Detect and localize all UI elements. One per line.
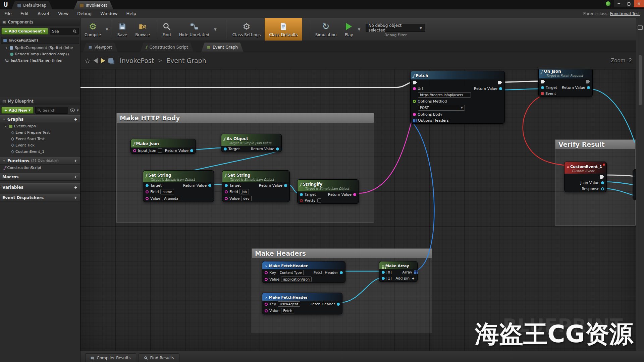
component-item-testname[interactable]: Aa TestName (TestName) (Inher xyxy=(0,57,80,64)
pin-field[interactable] xyxy=(225,190,228,193)
value-input[interactable]: dev xyxy=(241,196,251,201)
input-json-field[interactable] xyxy=(158,148,162,153)
parent-class-link[interactable]: Functional Test xyxy=(610,11,640,16)
pin-event-delegate[interactable] xyxy=(541,92,544,95)
tab-event-graph[interactable]: ▦ Event Graph xyxy=(202,43,243,52)
pin-target[interactable] xyxy=(300,193,303,196)
node-make-json[interactable]: ƒMake Json Input Json Return Value xyxy=(130,139,196,154)
add-pin-button[interactable]: ＋ xyxy=(411,276,415,281)
event-dispatchers-section-header[interactable]: Event Dispatchers ＋ xyxy=(0,194,80,201)
collapse-arrow-icon[interactable]: ▾ xyxy=(2,159,6,163)
pin-url[interactable] xyxy=(413,87,416,90)
component-root-item[interactable]: InvokePost(self) xyxy=(1,37,79,44)
node-set-string-1[interactable]: ƒSet String Target is Simple Json Object… xyxy=(143,170,214,202)
node-fetch[interactable]: ƒFetch Url Return Value https://reqres.i… xyxy=(410,71,505,124)
pin-index-1[interactable] xyxy=(382,277,385,280)
class-defaults-button[interactable]: Class Defaults xyxy=(265,18,302,41)
add-macro-button[interactable]: ＋ xyxy=(73,174,78,180)
value-input[interactable]: application/json xyxy=(281,277,312,282)
play-caret[interactable]: ▼ xyxy=(357,27,361,31)
tab-compiler-results[interactable]: ▤ Compiler Results xyxy=(85,353,136,362)
pin-return-value[interactable] xyxy=(208,184,211,187)
event-item-start-test[interactable]: Event Start Test xyxy=(0,136,80,142)
pin-pretty[interactable] xyxy=(300,199,303,202)
doc-tab-invokepost[interactable]: InvokePost xyxy=(74,1,113,9)
pin-value[interactable] xyxy=(225,197,228,200)
graphs-section-header[interactable]: ▾ Graphs ＋ xyxy=(0,115,80,123)
breadcrumb-root[interactable]: InvokePost xyxy=(120,57,154,64)
pin-array-out[interactable] xyxy=(414,270,415,272)
functions-section-header[interactable]: ▾ Functions (21 Overridable) ＋ xyxy=(0,157,80,165)
pin-target[interactable] xyxy=(146,184,149,187)
pin-options-body[interactable] xyxy=(413,113,416,116)
component-item-sprite[interactable]: ▾ SpriteComponent (Sprite) (Inhe xyxy=(0,45,80,51)
construction-script-item[interactable]: ƒ ConstructionScript xyxy=(0,165,80,171)
my-blueprint-search-input[interactable]: Search xyxy=(35,107,68,114)
comment-title[interactable]: Verify Result xyxy=(555,140,635,149)
menu-window[interactable]: Window xyxy=(96,9,122,18)
add-graph-button[interactable]: ＋ xyxy=(73,116,78,122)
exec-out-pin[interactable] xyxy=(498,81,502,84)
add-dispatcher-button[interactable]: ＋ xyxy=(73,195,78,201)
pin-options-headers[interactable] xyxy=(413,119,414,120)
event-item-prepare-test[interactable]: Event Prepare Test xyxy=(0,129,80,136)
pin-return-value[interactable] xyxy=(499,87,502,90)
find-button[interactable]: Find xyxy=(158,18,175,41)
value-input[interactable]: Fetch xyxy=(281,308,294,313)
save-button[interactable]: Save xyxy=(113,18,131,41)
hide-unrelated-button[interactable]: Hide Unrelated xyxy=(175,18,213,41)
pin-target[interactable] xyxy=(224,147,227,150)
menu-asset[interactable]: Asset xyxy=(33,9,54,18)
node-stringify[interactable]: ƒStringify Target is Simple Json Object … xyxy=(297,179,359,204)
hide-unrelated-caret[interactable]: ▼ xyxy=(213,27,217,31)
add-variable-button[interactable]: ＋ xyxy=(73,184,78,190)
pin-options-method[interactable] xyxy=(413,100,416,103)
add-new-button[interactable]: + Add New▼ xyxy=(1,107,34,114)
components-search-input[interactable]: Sea xyxy=(50,28,79,35)
macros-section-header[interactable]: Macros ＋ xyxy=(0,173,80,181)
doc-tab-defaultmap[interactable]: DefaultMap xyxy=(11,1,52,9)
node-make-fetchheader-2[interactable]: ➤Make FetchHeader KeyUser-Agent Fetch He… xyxy=(262,293,342,314)
compile-dropdown-caret[interactable]: ▼ xyxy=(105,27,109,31)
dock-layout-icon[interactable] xyxy=(638,25,643,30)
play-button[interactable]: Play xyxy=(341,18,357,41)
class-settings-button[interactable]: ⚙ Class Settings xyxy=(228,18,265,41)
maximize-button[interactable]: ▢ xyxy=(624,0,634,7)
debug-object-select[interactable]: No debug object selected ▼ xyxy=(366,24,425,32)
exec-out-pin[interactable] xyxy=(586,80,590,83)
event-item-tick[interactable]: Event Tick xyxy=(0,142,80,148)
pin-key[interactable] xyxy=(265,271,268,274)
pin-fetch-header[interactable] xyxy=(337,303,340,306)
collapse-arrow-icon[interactable]: ▾ xyxy=(4,125,7,128)
pin-return-value[interactable] xyxy=(190,149,193,152)
exec-out-pin[interactable] xyxy=(600,175,604,179)
key-input[interactable]: User-Agent xyxy=(278,301,300,307)
menu-help[interactable]: Help xyxy=(122,9,141,18)
node-make-fetchheader-1[interactable]: ➤Make FetchHeader KeyContent-Type Fetch … xyxy=(262,261,345,283)
pin-target[interactable] xyxy=(225,184,228,187)
method-dropdown[interactable]: POST▼ xyxy=(418,105,465,111)
pin-input-json[interactable] xyxy=(133,149,136,152)
breadcrumb-current[interactable]: Event Graph xyxy=(166,57,206,64)
pin-value[interactable] xyxy=(265,278,268,281)
node-on-json[interactable]: ƒOn Json Target is Fetch Request Target … xyxy=(538,66,593,97)
pin-json-value[interactable] xyxy=(601,181,604,184)
add-component-button[interactable]: + Add Component▼ xyxy=(1,28,48,35)
pin-value[interactable] xyxy=(146,197,149,200)
tab-viewport[interactable]: ▦ Viewport xyxy=(83,43,117,52)
variables-section-header[interactable]: Variables ＋ xyxy=(0,183,80,191)
menu-view[interactable]: View xyxy=(54,9,73,18)
offscreen-node-sliver[interactable] xyxy=(633,169,636,200)
field-input[interactable]: name xyxy=(160,189,174,194)
eventgraph-item[interactable]: ▾ EventGraph xyxy=(0,123,80,129)
pin-return-value[interactable] xyxy=(284,184,287,187)
comment-title[interactable]: Make Headers xyxy=(252,249,432,258)
components-panel-header[interactable]: ▣ Components xyxy=(0,18,80,26)
vertical-scrollbar[interactable] xyxy=(639,55,642,105)
node-as-object[interactable]: ƒAs Object Target is Simple Json Value T… xyxy=(221,134,282,152)
pin-response[interactable] xyxy=(601,187,604,190)
key-input[interactable]: Content-Type xyxy=(278,270,304,275)
my-blueprint-panel-header[interactable]: ▤ My Blueprint xyxy=(0,97,80,105)
comment-title[interactable]: Make HTTP Body xyxy=(117,113,374,123)
pin-return-value[interactable] xyxy=(276,147,279,150)
